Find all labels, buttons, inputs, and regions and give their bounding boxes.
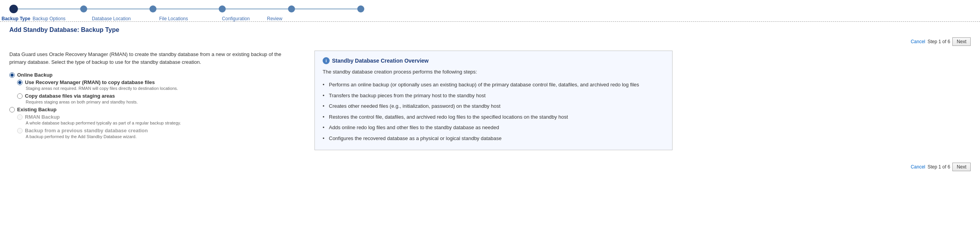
overview-title-text: Standby Database Creation Overview — [332, 58, 429, 64]
staging-copy-help: Requires staging areas on both primary a… — [26, 100, 305, 104]
rman-backup-label: RMAN Backup — [25, 114, 60, 120]
staging-copy-label: Copy database files via staging areas — [25, 93, 115, 99]
step-labels-row: Backup Type Backup Options Database Loca… — [9, 16, 971, 21]
online-backup-radio[interactable] — [9, 72, 15, 78]
step-3-label-wrap: Database Location — [80, 16, 142, 21]
step-5-bubble — [288, 5, 295, 12]
existing-backup-radio[interactable] — [9, 107, 15, 112]
bottom-step-info: Step 1 of 6 — [927, 164, 950, 170]
online-backup-main[interactable]: Online Backup — [9, 72, 305, 78]
top-action-bar: Cancel Step 1 of 6 Next — [0, 36, 980, 47]
rman-backup-radio[interactable] — [17, 114, 23, 120]
rman-copy-label: Use Recovery Manager (RMAN) to copy data… — [25, 79, 155, 85]
step-6-label-wrap: Review — [267, 16, 274, 21]
overview-subtitle: The standby database creation process pe… — [323, 69, 664, 75]
existing-backup-group: Existing Backup RMAN Backup A whole data… — [9, 107, 305, 139]
bottom-next-button[interactable]: Next — [952, 163, 971, 171]
existing-backup-label: Existing Backup — [17, 107, 56, 112]
description-text: Data Guard uses Oracle Recovery Manager … — [9, 51, 305, 66]
previous-standby-radio[interactable] — [17, 128, 23, 133]
online-backup-suboptions: Use Recovery Manager (RMAN) to copy data… — [17, 79, 305, 104]
overview-step-1: Performs an online backup (or optionally… — [323, 79, 664, 90]
rman-backup-option[interactable]: RMAN Backup — [17, 114, 305, 120]
connector-5-6 — [295, 9, 357, 9]
left-panel: Data Guard uses Oracle Recovery Manager … — [9, 51, 305, 150]
previous-standby-option[interactable]: Backup from a previous standby database … — [17, 128, 305, 133]
step-2-label-wrap: Backup Options — [18, 16, 80, 21]
step-4-label: File Locations — [159, 16, 188, 21]
bottom-action-bar: Cancel Step 1 of 6 Next — [0, 161, 980, 173]
previous-standby-label: Backup from a previous standby database … — [25, 128, 148, 133]
rman-backup-help: A whole database backup performed typica… — [26, 121, 305, 125]
bottom-cancel-button[interactable]: Cancel — [911, 164, 925, 170]
overview-step-2: Transfers the backup pieces from the pri… — [323, 90, 664, 101]
existing-backup-main[interactable]: Existing Backup — [9, 107, 305, 112]
step-2-label: Backup Options — [33, 16, 66, 21]
step-5-label-wrap: Configuration — [205, 16, 267, 21]
overview-step-5: Adds online redo log files and other fil… — [323, 122, 664, 133]
overview-list: Performs an online backup (or optionally… — [323, 79, 664, 144]
step-3-bubble — [149, 5, 156, 12]
connector-2-3 — [87, 9, 149, 9]
online-backup-label: Online Backup — [17, 72, 53, 78]
staging-copy-option[interactable]: Copy database files via staging areas — [17, 93, 305, 99]
step-6-bubble — [357, 5, 364, 12]
wizard-navigation: Backup Type Backup Options Database Loca… — [0, 0, 980, 21]
overview-step-4: Restores the control file, datafiles, an… — [323, 112, 664, 123]
rman-copy-radio[interactable] — [17, 80, 23, 85]
main-content: Data Guard uses Oracle Recovery Manager … — [0, 47, 980, 153]
previous-standby-help: A backup performed by the Add Standby Da… — [26, 134, 305, 139]
overview-step-3: Creates other needed files (e.g., initia… — [323, 101, 664, 112]
page-title: Add Standby Database: Backup Type — [0, 24, 980, 36]
overview-icon: i — [323, 57, 330, 64]
step-1-bubble — [9, 5, 18, 13]
step-1-label-wrap: Backup Type — [9, 16, 18, 21]
header-divider — [0, 21, 980, 22]
rman-copy-help: Staging areas not required. RMAN will co… — [26, 86, 305, 91]
existing-backup-suboptions: RMAN Backup A whole database backup perf… — [17, 114, 305, 139]
step-4-label-wrap: File Locations — [142, 16, 205, 21]
connector-4-5 — [226, 9, 288, 9]
right-panel: i Standby Database Creation Overview The… — [314, 51, 673, 150]
online-backup-group: Online Backup Use Recovery Manager (RMAN… — [9, 72, 305, 104]
staging-copy-radio[interactable] — [17, 93, 23, 99]
step-4-bubble — [219, 5, 226, 12]
connector-3-4 — [156, 9, 219, 9]
step-6-label: Review — [267, 16, 282, 21]
top-next-button[interactable]: Next — [952, 37, 971, 46]
top-step-info: Step 1 of 6 — [927, 39, 950, 44]
step-3-label: Database Location — [92, 16, 131, 21]
overview-step-6: Configures the recovered database as a p… — [323, 133, 664, 144]
connector-1-2 — [18, 9, 80, 9]
overview-title-row: i Standby Database Creation Overview — [323, 57, 664, 64]
step-5-label: Configuration — [222, 16, 249, 21]
rman-copy-option[interactable]: Use Recovery Manager (RMAN) to copy data… — [17, 79, 305, 85]
top-cancel-button[interactable]: Cancel — [911, 39, 925, 44]
step-2-bubble — [80, 5, 87, 12]
steps-track — [9, 5, 971, 13]
